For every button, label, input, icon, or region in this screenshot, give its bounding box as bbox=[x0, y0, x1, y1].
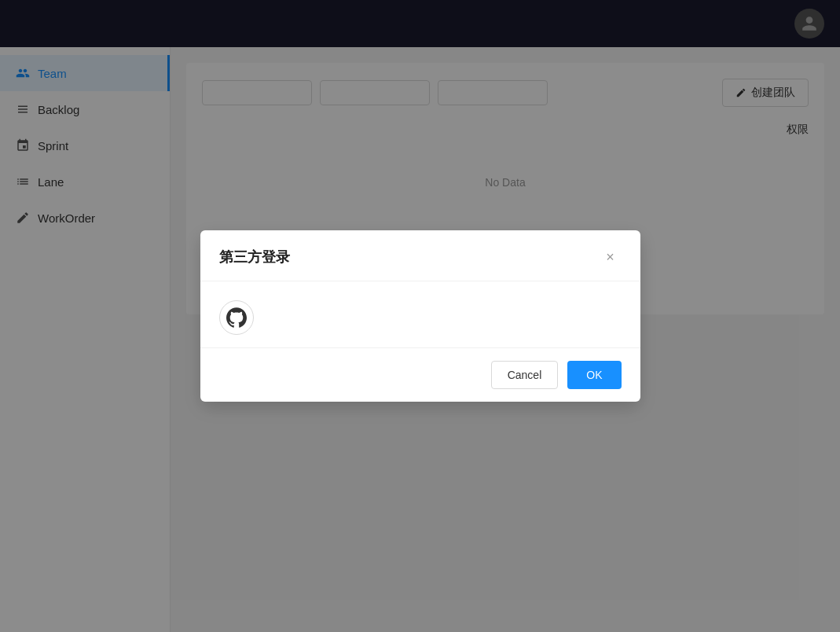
ok-button[interactable]: OK bbox=[567, 361, 621, 389]
modal-close-button[interactable]: × bbox=[600, 246, 622, 268]
third-party-login-modal: 第三方登录 × Cancel OK bbox=[200, 230, 640, 402]
modal-overlay: 第三方登录 × Cancel OK bbox=[0, 0, 840, 632]
modal-title: 第三方登录 bbox=[219, 248, 290, 266]
modal-body bbox=[200, 281, 640, 348]
github-login-button[interactable] bbox=[219, 300, 254, 335]
cancel-button[interactable]: Cancel bbox=[491, 361, 559, 389]
modal-header: 第三方登录 × bbox=[200, 230, 640, 281]
modal-footer: Cancel OK bbox=[200, 348, 640, 402]
